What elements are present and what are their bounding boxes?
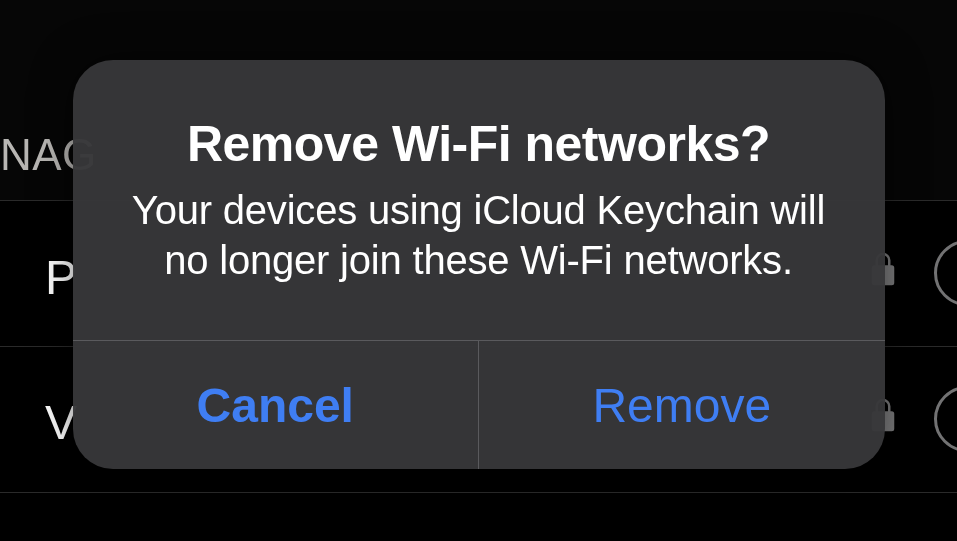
modal-overlay: Remove Wi-Fi networks? Your devices usin… [0, 0, 957, 541]
cancel-button-label: Cancel [197, 378, 354, 433]
alert-button-row: Cancel Remove [73, 340, 885, 469]
confirmation-alert: Remove Wi-Fi networks? Your devices usin… [73, 60, 885, 469]
alert-message: Your devices using iCloud Keychain will … [113, 185, 845, 285]
cancel-button[interactable]: Cancel [73, 341, 479, 469]
remove-button[interactable]: Remove [478, 341, 885, 469]
alert-title: Remove Wi-Fi networks? [113, 115, 845, 173]
remove-button-label: Remove [592, 378, 771, 433]
alert-content: Remove Wi-Fi networks? Your devices usin… [73, 60, 885, 340]
